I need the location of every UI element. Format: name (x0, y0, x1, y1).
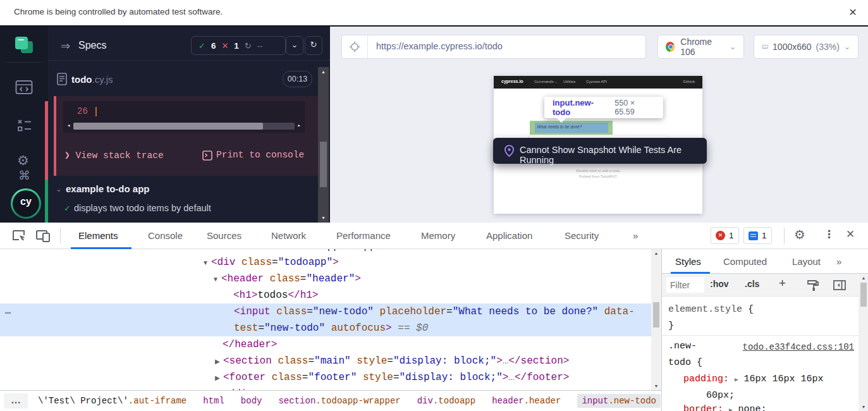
scroll-up-icon[interactable]: ▲ (859, 276, 868, 280)
scroll-up-icon[interactable]: ▲ (318, 70, 329, 74)
tab-sources[interactable]: Sources (207, 223, 241, 249)
scroll-down-icon[interactable]: ▼ (651, 384, 661, 388)
url-bar[interactable]: https://example.cypress.io/todo (341, 35, 646, 59)
styles-scrollbar[interactable]: ▲ ▼ (859, 274, 868, 411)
more-tabs-icon[interactable]: » (633, 223, 638, 249)
tab-application[interactable]: Application (486, 223, 532, 249)
browser-window-icon[interactable] (15, 80, 33, 97)
scrollbar-thumb[interactable] (860, 283, 867, 307)
twirler-down-icon[interactable]: ▼ (212, 276, 219, 283)
tab-styles[interactable]: Styles (675, 249, 701, 274)
rerun-button[interactable]: ↻ (305, 36, 322, 55)
styles-filter-input[interactable] (666, 277, 704, 293)
css-property-padding[interactable]: padding: ▶ 16px 16px 16px (683, 373, 824, 386)
devtools-menu-icon[interactable]: ⋮ (824, 228, 834, 241)
rule-newtodo-selector-line2[interactable]: todo { (668, 357, 702, 369)
tab-network[interactable]: Network (271, 223, 306, 249)
code-horizontal-scrollbar[interactable]: ◂ ▸ (66, 122, 302, 130)
tree-row-header-close[interactable]: </header> (223, 336, 277, 353)
crumb-html[interactable]: html (203, 396, 224, 406)
selector-playground-segment[interactable] (342, 35, 368, 58)
tab-console[interactable]: Console (148, 223, 183, 249)
print-to-console-button[interactable]: Print to console (216, 150, 304, 160)
passed-test-title[interactable]: displays two todo items by default (74, 203, 211, 213)
css-property-border[interactable]: border: ▶ none; (683, 403, 766, 411)
suite-title[interactable]: example to-do app (66, 183, 150, 194)
twirler-down-icon[interactable]: ▼ (202, 259, 209, 266)
scroll-down-icon[interactable]: ▼ (318, 216, 329, 220)
scroll-down-icon[interactable]: ▼ (859, 405, 868, 409)
twirler-right-icon[interactable]: ▶ (215, 374, 220, 381)
specs-title[interactable]: Specs (78, 40, 106, 51)
device-toolbar-icon[interactable] (35, 228, 51, 247)
test-stats[interactable]: ✓ 6 ✕ 1 ↻ -- (191, 36, 286, 55)
scrollbar-thumb[interactable] (320, 142, 327, 187)
scrollbar-thumb[interactable] (73, 123, 263, 130)
scroll-left-icon[interactable]: ◂ (67, 122, 70, 130)
close-icon[interactable]: ✕ (845, 5, 860, 20)
scroll-up-icon[interactable]: ▲ (651, 251, 661, 255)
tab-memory[interactable]: Memory (421, 223, 455, 249)
tree-row-input-selected[interactable]: … <input class="new-todo" placeholder="W… (0, 304, 651, 336)
breadcrumb-more-icon[interactable]: … (4, 393, 28, 408)
tree-row-footer[interactable]: <footer class="footer" style="display: b… (223, 369, 569, 386)
aut-nav-utilities[interactable]: Utilities (563, 80, 575, 83)
url-text[interactable]: https://example.cypress.io/todo (376, 41, 503, 51)
tab-elements[interactable]: Elements (78, 223, 118, 249)
message-count-badge[interactable]: 1 (743, 227, 772, 244)
tree-row-clipped-bottom[interactable]: </div> (0, 386, 651, 390)
rule-newtodo-selector-line1[interactable]: .new- (668, 340, 697, 353)
rule-element-style[interactable]: element.style { (668, 304, 754, 316)
stylesheet-source-link[interactable]: todo.e33f4ced.css:101 (743, 341, 854, 353)
tab-layout[interactable]: Layout (792, 249, 821, 274)
rendering-emulation-icon[interactable] (806, 278, 820, 295)
view-stack-trace-button[interactable]: ❯ View stack trace (64, 150, 164, 161)
inspect-element-icon[interactable] (11, 228, 27, 247)
cypress-logo-icon[interactable] (15, 37, 35, 54)
new-style-rule-icon[interactable]: + (779, 276, 786, 290)
test-results-icon[interactable] (16, 119, 33, 135)
reporter-scrollbar[interactable]: ▲ ▼ (318, 67, 329, 223)
devtools-close-icon[interactable]: ✕ (846, 228, 855, 241)
specs-menu-icon[interactable]: ⇒ (61, 39, 70, 53)
crumb-header-header[interactable]: header.header (492, 396, 561, 406)
tab-computed[interactable]: Computed (723, 249, 767, 274)
tree-row-h1[interactable]: <h1>todos</h1> (233, 287, 318, 304)
tree-row-section-main[interactable]: <section class="main" style="display: bl… (223, 353, 569, 369)
crumb-body[interactable]: body (241, 396, 262, 406)
cypress-cy-logo[interactable]: cy (11, 188, 41, 219)
settings-gear-icon[interactable]: ⚙ (17, 153, 29, 168)
error-count-badge[interactable]: ✕ 1 (711, 227, 739, 244)
viewport-selector[interactable]: 1000x660 (33%) ⌄ (754, 35, 859, 59)
keyboard-shortcuts-icon[interactable]: ⌘ (18, 168, 30, 183)
toggle-hover-state-button[interactable]: :hov (710, 279, 729, 289)
tree-row-clipped-top[interactable]: ▼<section class="todoapp-wrapper"> (0, 249, 651, 254)
aut-nav-github[interactable]: GitHub (683, 80, 695, 83)
scrollbar-thumb[interactable] (653, 302, 659, 328)
crumb-aut-iframe[interactable]: \'Test\ Project\'.aut-iframe (38, 396, 186, 406)
css-value-padding-wrap[interactable]: 60px; (706, 390, 735, 402)
tree-row-div-todoapp[interactable]: <div class="todoapp"> (211, 254, 339, 271)
aut-nav-commands[interactable]: Commands ⌄ (534, 80, 558, 83)
elements-scrollbar[interactable]: ▲ ▼ (651, 249, 661, 390)
browser-selector[interactable]: Chrome 106 ⌄ (657, 35, 744, 59)
row-options-icon[interactable]: … (5, 304, 11, 320)
more-tabs-icon[interactable]: » (836, 249, 841, 274)
spec-file-name[interactable]: todo.cy.js (71, 74, 113, 85)
aut-nav-api[interactable]: Cypress API (586, 80, 607, 83)
test-passed-check-icon: ✓ (64, 204, 71, 213)
crumb-div-todoapp[interactable]: div.todoapp (417, 396, 475, 406)
toggle-classes-button[interactable]: .cls (745, 279, 759, 289)
crumb-section-todoapp-wrapper[interactable]: section.todoapp-wrapper (278, 396, 400, 406)
tree-row-header[interactable]: <header class="header"> (221, 271, 361, 287)
twirler-right-icon[interactable]: ▶ (215, 358, 220, 365)
suite-collapse-icon[interactable]: ⌄ (56, 185, 62, 193)
collapse-button[interactable]: ⌄ (286, 36, 303, 55)
devtools-settings-icon[interactable]: ⚙ (794, 227, 805, 242)
tab-security[interactable]: Security (565, 223, 599, 249)
tab-performance[interactable]: Performance (336, 223, 391, 249)
crumb-input-new-todo[interactable]: input.new-todo (577, 394, 661, 408)
sidebar-toggle-icon[interactable] (833, 278, 847, 295)
scroll-right-icon[interactable]: ▸ (298, 122, 301, 130)
aut-brand[interactable]: cypress.io (501, 79, 523, 83)
